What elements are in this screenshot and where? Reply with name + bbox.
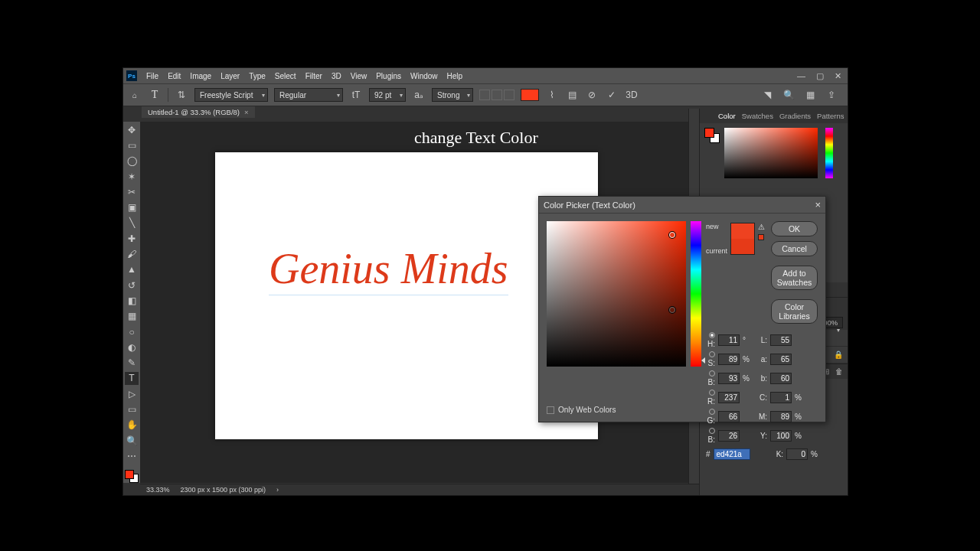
font-size-dropdown[interactable]: 92 pt — [369, 88, 406, 102]
delete-layer-icon[interactable]: 🗑 — [835, 367, 843, 376]
maximize-icon[interactable]: ▢ — [816, 71, 824, 81]
cloud-icon[interactable]: ◥ — [760, 88, 774, 102]
path-select-icon[interactable]: ▷ — [125, 387, 139, 400]
shape-tool-icon[interactable]: ▭ — [125, 403, 139, 416]
share-icon[interactable]: ⇪ — [825, 88, 838, 102]
s-input[interactable] — [718, 354, 740, 365]
bv-input[interactable] — [718, 373, 740, 384]
doc-dimensions[interactable]: 2300 px x 1500 px (300 ppi) — [181, 486, 266, 494]
stamp-tool-icon[interactable]: ▲ — [125, 263, 139, 276]
websafe-warning-icon[interactable] — [758, 234, 764, 240]
tab-color[interactable]: Color — [718, 112, 736, 120]
b-radio[interactable] — [709, 370, 715, 377]
hue-pointer-icon[interactable] — [701, 357, 705, 364]
pen-tool-icon[interactable]: ✎ — [125, 356, 139, 369]
dialog-titlebar[interactable]: Color Picker (Text Color) × — [539, 197, 825, 214]
m-input[interactable] — [770, 411, 792, 422]
menu-select[interactable]: Select — [270, 72, 301, 80]
panel-fg-bg-swatch[interactable] — [704, 128, 720, 143]
text-align-group[interactable] — [479, 90, 514, 100]
gradient-tool-icon[interactable]: ▦ — [125, 310, 139, 323]
align-left-icon[interactable] — [479, 90, 490, 100]
more-tools-icon[interactable]: ⋯ — [125, 449, 139, 462]
g-input[interactable] — [718, 411, 740, 422]
s-radio[interactable] — [709, 351, 715, 357]
home-icon[interactable]: ⌂ — [128, 88, 142, 102]
cancel-button[interactable]: Cancel — [771, 241, 818, 256]
c-input[interactable] — [770, 392, 792, 403]
k-input[interactable] — [786, 448, 808, 460]
move-tool-icon[interactable]: ✥ — [125, 123, 139, 136]
color-libraries-button[interactable]: Color Libraries — [771, 299, 818, 324]
hex-input[interactable] — [714, 448, 750, 460]
new-current-swatch[interactable] — [730, 223, 755, 255]
r-radio[interactable] — [709, 390, 715, 396]
color-field[interactable] — [547, 221, 686, 367]
minimize-icon[interactable]: — — [797, 71, 805, 81]
g-radio[interactable] — [709, 409, 715, 415]
zoom-tool-icon[interactable]: 🔍 — [125, 434, 139, 447]
status-chevron-icon[interactable]: › — [276, 486, 279, 494]
marquee-tool-icon[interactable]: ▭ — [125, 139, 139, 152]
orientation-icon[interactable]: ⇅ — [175, 88, 188, 102]
cancel-edit-icon[interactable]: ⊘ — [585, 88, 599, 102]
align-center-icon[interactable] — [492, 90, 502, 100]
fg-bg-swatch[interactable] — [125, 470, 139, 483]
tab-swatches[interactable]: Swatches — [742, 112, 773, 120]
l-input[interactable] — [770, 334, 792, 346]
menu-plugins[interactable]: Plugins — [371, 72, 406, 80]
menu-3d[interactable]: 3D — [327, 72, 346, 80]
tab-gradients[interactable]: Gradients — [779, 112, 811, 120]
a-input[interactable] — [770, 354, 792, 365]
zoom-readout[interactable]: 33.33% — [146, 486, 170, 494]
document-tab[interactable]: Untitled-1 @ 33.3% (RGB/8) × — [142, 106, 255, 118]
antialias-dropdown[interactable]: Strong — [432, 88, 473, 102]
color-spectrum-mini[interactable] — [724, 128, 818, 178]
warp-text-icon[interactable]: ⌇ — [545, 88, 559, 102]
dodge-tool-icon[interactable]: ◐ — [125, 341, 139, 354]
menu-file[interactable]: File — [142, 72, 163, 80]
3d-text-icon[interactable]: 3D — [625, 88, 639, 102]
frame-tool-icon[interactable]: ▣ — [125, 201, 139, 214]
text-layer-content[interactable]: Genius Minds — [269, 244, 508, 295]
eraser-tool-icon[interactable]: ◧ — [125, 294, 139, 307]
menu-help[interactable]: Help — [443, 72, 468, 80]
add-to-swatches-button[interactable]: Add to Swatches — [771, 266, 818, 290]
menu-filter[interactable]: Filter — [301, 72, 327, 80]
h-input[interactable] — [718, 334, 740, 346]
wand-tool-icon[interactable]: ✶ — [125, 170, 139, 183]
close-window-icon[interactable]: ✕ — [835, 71, 841, 81]
menu-edit[interactable]: Edit — [163, 72, 185, 80]
color-marker-secondary[interactable] — [669, 307, 675, 313]
gamut-warning-icon[interactable]: ⚠ — [758, 223, 765, 231]
menu-window[interactable]: Window — [406, 72, 443, 80]
dialog-close-icon[interactable]: × — [815, 199, 821, 210]
font-style-dropdown[interactable]: Regular — [274, 88, 343, 102]
tab-patterns[interactable]: Patterns — [817, 112, 844, 120]
hue-slider-mini[interactable] — [825, 128, 833, 178]
r-input[interactable] — [718, 392, 740, 403]
menu-layer[interactable]: Layer — [216, 72, 244, 80]
history-brush-icon[interactable]: ↺ — [125, 279, 139, 292]
hand-tool-icon[interactable]: ✋ — [125, 419, 139, 432]
brush-tool-icon[interactable]: 🖌 — [125, 247, 139, 260]
bch-input[interactable] — [718, 430, 740, 442]
bch-radio[interactable] — [709, 428, 715, 434]
color-marker[interactable] — [669, 232, 675, 238]
blur-tool-icon[interactable]: ○ — [125, 325, 139, 338]
menu-view[interactable]: View — [346, 72, 372, 80]
search-icon[interactable]: 🔍 — [782, 88, 795, 102]
menu-image[interactable]: Image — [185, 72, 216, 80]
lasso-tool-icon[interactable]: ◯ — [125, 155, 139, 168]
bb-input[interactable] — [770, 373, 792, 384]
type-tool-icon[interactable]: T — [125, 372, 139, 385]
y-input[interactable] — [770, 430, 792, 442]
eyedropper-tool-icon[interactable]: ╲ — [125, 217, 139, 230]
commit-edit-icon[interactable]: ✓ — [605, 88, 619, 102]
close-tab-icon[interactable]: × — [244, 108, 249, 116]
ok-button[interactable]: OK — [771, 221, 818, 236]
h-radio[interactable] — [709, 332, 715, 338]
only-web-colors-checkbox[interactable] — [547, 406, 554, 414]
character-panel-icon[interactable]: ▤ — [565, 88, 579, 102]
font-family-dropdown[interactable]: Freestyle Script — [194, 88, 268, 102]
